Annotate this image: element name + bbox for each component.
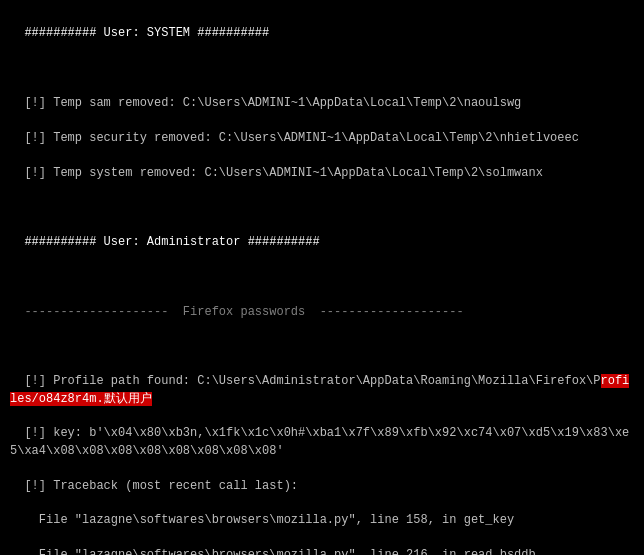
header-admin-line: ########## User: Administrator #########… bbox=[24, 235, 319, 249]
traceback-header-line: [!] Traceback (most recent call last): bbox=[24, 479, 298, 493]
terminal-output: ########## User: SYSTEM ########## [!] T… bbox=[10, 8, 634, 555]
temp-sam-line: [!] Temp sam removed: C:\Users\ADMINI~1\… bbox=[24, 96, 521, 110]
profile-path1-highlight: rofiles/o84z8r4m.默认用户 bbox=[10, 374, 629, 405]
temp-security-line: [!] Temp security removed: C:\Users\ADMI… bbox=[24, 131, 579, 145]
header-system-line: ########## User: SYSTEM ########## bbox=[24, 26, 269, 40]
traceback-file1-line: File "lazagne\softwares\browsers\mozilla… bbox=[24, 513, 514, 527]
separator-line: -------------------- Firefox passwords -… bbox=[24, 305, 463, 319]
temp-system-line: [!] Temp system removed: C:\Users\ADMINI… bbox=[24, 166, 542, 180]
profile-path1-line: [!] Profile path found: C:\Users\Adminis… bbox=[10, 374, 629, 405]
key-line: [!] key: b'\x04\x80\xb3n,\x1fk\x1c\x0h#\… bbox=[10, 426, 629, 457]
traceback-file2-line: File "lazagne\softwares\browsers\mozilla… bbox=[24, 548, 535, 555]
